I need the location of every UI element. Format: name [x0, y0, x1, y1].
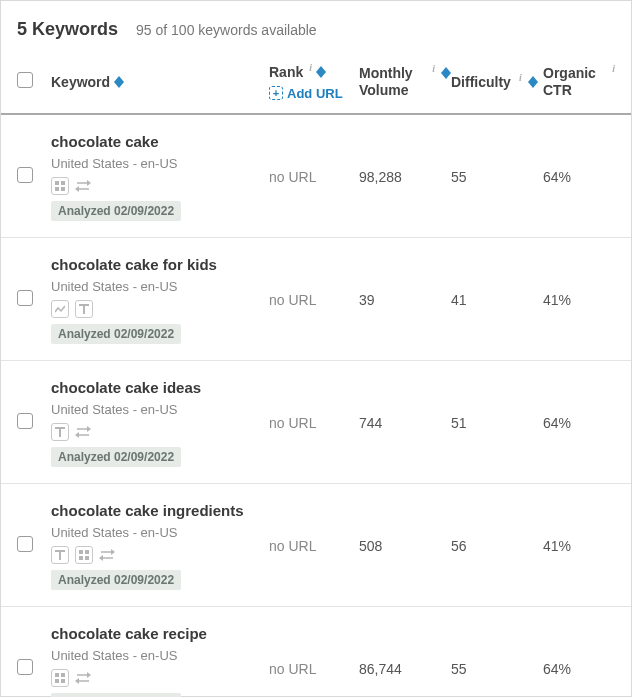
info-icon[interactable]: i — [612, 63, 615, 74]
column-difficulty[interactable]: Difficulty i — [451, 74, 543, 92]
column-volume-label: Monthly Volume — [359, 65, 424, 100]
svg-rect-37 — [61, 679, 65, 683]
swap-icon — [75, 672, 91, 684]
svg-marker-1 — [114, 82, 124, 88]
add-url-label: Add URL — [287, 86, 343, 101]
table-row: chocolate cake ideasUnited States - en-U… — [1, 361, 631, 484]
svg-marker-5 — [441, 73, 451, 79]
row-checkbox[interactable] — [17, 290, 33, 306]
info-icon[interactable]: i — [309, 62, 312, 73]
row-checkbox[interactable] — [17, 659, 33, 675]
keyword-name[interactable]: chocolate cake — [51, 133, 269, 150]
ctr-cell: 41% — [543, 292, 615, 308]
keyword-location: United States - en-US — [51, 525, 269, 540]
svg-rect-16 — [79, 304, 89, 306]
rank-cell: no URL — [269, 538, 359, 554]
sort-icon — [114, 76, 124, 88]
column-difficulty-label: Difficulty — [451, 74, 511, 92]
svg-rect-17 — [83, 306, 85, 314]
row-checkbox[interactable] — [17, 536, 33, 552]
svg-marker-39 — [87, 672, 91, 678]
text-icon — [51, 546, 69, 564]
table-row: chocolate cake ingredientsUnited States … — [1, 484, 631, 607]
swap-icon — [75, 426, 91, 438]
ctr-cell: 64% — [543, 661, 615, 677]
ctr-cell: 41% — [543, 538, 615, 554]
svg-rect-26 — [79, 550, 83, 554]
table-row: chocolate cakeUnited States - en-USAnaly… — [1, 115, 631, 238]
select-all-checkbox[interactable] — [17, 72, 33, 88]
keyword-name[interactable]: chocolate cake ideas — [51, 379, 269, 396]
swap-icon — [75, 180, 91, 192]
panel-title: 5 Keywords — [17, 19, 118, 40]
keyword-location: United States - en-US — [51, 279, 269, 294]
column-keyword-label: Keyword — [51, 74, 110, 92]
keyword-type-icons — [51, 177, 269, 195]
difficulty-cell: 56 — [451, 538, 543, 554]
table-row: chocolate cake recipeUnited States - en-… — [1, 607, 631, 698]
svg-marker-31 — [111, 549, 115, 555]
column-rank-label: Rank — [269, 64, 303, 82]
column-ctr-label: Organic CTR — [543, 65, 604, 100]
keyword-name[interactable]: chocolate cake recipe — [51, 625, 269, 642]
grid-icon — [51, 669, 69, 687]
grid-icon — [75, 546, 93, 564]
column-volume[interactable]: Monthly Volume i — [359, 65, 451, 100]
keywords-panel: 5 Keywords 95 of 100 keywords available … — [0, 0, 632, 697]
panel-header: 5 Keywords 95 of 100 keywords available — [1, 1, 631, 50]
svg-marker-21 — [87, 426, 91, 432]
row-checkbox[interactable] — [17, 167, 33, 183]
keyword-type-icons — [51, 300, 269, 318]
svg-marker-15 — [75, 186, 79, 192]
rank-cell: no URL — [269, 292, 359, 308]
analyzed-tag: Analyzed 02/09/2022 — [51, 693, 181, 698]
text-icon — [75, 300, 93, 318]
text-icon — [51, 423, 69, 441]
svg-marker-33 — [99, 555, 103, 561]
keyword-location: United States - en-US — [51, 648, 269, 663]
svg-rect-35 — [61, 673, 65, 677]
info-icon[interactable]: i — [432, 63, 435, 74]
volume-cell: 39 — [359, 292, 451, 308]
rank-cell: no URL — [269, 415, 359, 431]
info-icon[interactable]: i — [519, 72, 522, 83]
ctr-cell: 64% — [543, 169, 615, 185]
table-row: chocolate cake for kidsUnited States - e… — [1, 238, 631, 361]
volume-cell: 86,744 — [359, 661, 451, 677]
ctr-cell: 64% — [543, 415, 615, 431]
row-checkbox[interactable] — [17, 413, 33, 429]
keyword-type-icons — [51, 669, 269, 687]
svg-rect-34 — [55, 673, 59, 677]
keyword-type-icons — [51, 423, 269, 441]
keywords-table: Keyword Rank i — [1, 50, 631, 697]
keyword-name[interactable]: chocolate cake ingredients — [51, 502, 269, 519]
svg-marker-23 — [75, 432, 79, 438]
svg-marker-7 — [528, 82, 538, 88]
svg-marker-3 — [316, 72, 326, 78]
svg-rect-25 — [59, 552, 61, 560]
column-ctr[interactable]: Organic CTR i — [543, 65, 615, 100]
sort-icon — [441, 67, 451, 79]
column-keyword[interactable]: Keyword — [51, 74, 269, 92]
difficulty-cell: 51 — [451, 415, 543, 431]
analyzed-tag: Analyzed 02/09/2022 — [51, 447, 181, 467]
svg-rect-11 — [61, 187, 65, 191]
svg-rect-24 — [55, 550, 65, 552]
svg-marker-13 — [87, 180, 91, 186]
difficulty-cell: 55 — [451, 169, 543, 185]
panel-subtitle: 95 of 100 keywords available — [136, 22, 317, 38]
table-header: Keyword Rank i — [1, 50, 631, 115]
svg-rect-29 — [85, 556, 89, 560]
volume-cell: 508 — [359, 538, 451, 554]
sort-icon — [528, 76, 538, 88]
svg-rect-9 — [61, 181, 65, 185]
plus-icon: + — [269, 86, 283, 100]
svg-rect-10 — [55, 187, 59, 191]
keyword-name[interactable]: chocolate cake for kids — [51, 256, 269, 273]
column-rank[interactable]: Rank i + Add URL — [269, 64, 359, 101]
svg-rect-19 — [59, 429, 61, 437]
rank-cell: no URL — [269, 169, 359, 185]
add-url-button[interactable]: + Add URL — [269, 86, 343, 101]
analyzed-tag: Analyzed 02/09/2022 — [51, 324, 181, 344]
svg-rect-18 — [55, 427, 65, 429]
